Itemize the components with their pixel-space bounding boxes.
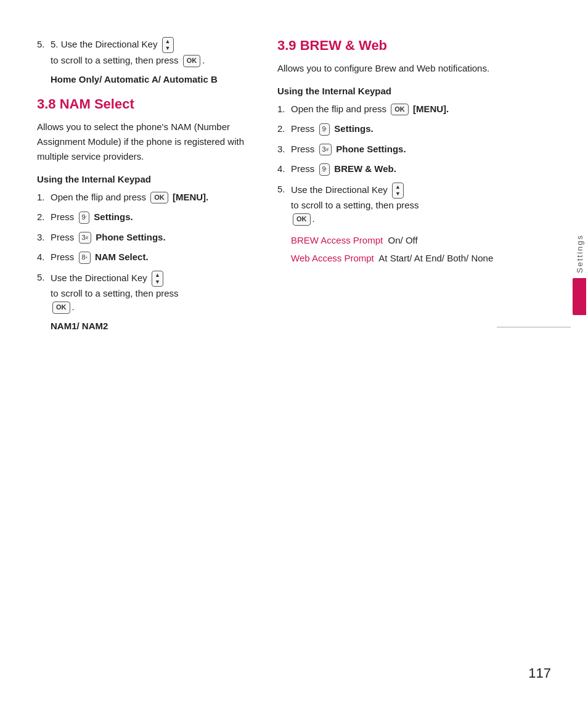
step-39-4: 4. Press 9' BREW & Web.	[277, 162, 524, 176]
step-38-4: 4. Press 8* NAM Select.	[37, 250, 247, 265]
section-38-steps: 1. Open the flip and press OK [MENU]. 2.	[37, 191, 247, 314]
ok-icon-39-1: OK	[391, 104, 409, 115]
section-38-body: Allows you to select the phone's NAM (Nu…	[37, 120, 247, 164]
step-38-4-content: Press 8* NAM Select.	[51, 250, 247, 265]
step-38-1: 1. Open the flip and press OK [MENU].	[37, 191, 247, 205]
step-39-1-num: 1.	[277, 102, 291, 117]
step-38-5: 5. Use the Directional Key ▲ ▼ to scroll…	[37, 271, 247, 314]
step-39-2-content: Press 9' Settings.	[291, 122, 524, 136]
intro-step5-num: 5.	[37, 37, 51, 52]
step-39-4-text: Press 9' BREW & Web.	[291, 162, 396, 176]
step-38-1-content: Open the flip and press OK [MENU].	[51, 191, 247, 205]
ok-icon-38-5: OK	[52, 302, 70, 313]
step-38-5-text: Use the Directional Key ▲ ▼ to scroll to…	[51, 271, 179, 314]
page-number: 117	[528, 665, 551, 681]
section-38: 3.8 NAM Select Allows you to select the …	[37, 96, 247, 164]
intro-step5-content: 5. Use the Directional Key ▲ ▼ to scroll…	[51, 37, 205, 68]
directional-key-icon: ▲ ▼	[162, 37, 174, 53]
step-39-1-bold: [MENU].	[413, 104, 449, 114]
section-39-steps: 1. Open the flip and press OK [MENU]. 2.	[277, 102, 524, 226]
step-38-4-num: 4.	[37, 250, 51, 265]
sidebar-tab-label: Settings	[575, 234, 584, 273]
step-39-3-bold: Phone Settings.	[336, 144, 406, 154]
key-3-icon-39-3: 3#	[319, 144, 332, 155]
web-options-block: Web Access Prompt At Start/ At End/ Both…	[291, 250, 524, 266]
step-39-3-num: 3.	[277, 142, 291, 157]
sidebar-tab-bar	[573, 278, 586, 315]
section-38-title: 3.8 NAM Select	[37, 96, 247, 113]
right-column: 3.9 BREW & Web Allows you to configure B…	[265, 37, 561, 669]
key-3-icon-38-3: 3#	[79, 232, 92, 244]
step-39-5-text: Use the Directional Key ▲ ▼ to scroll to…	[291, 183, 419, 226]
brew-options-block: BREW Access Prompt On/ Off	[291, 232, 524, 248]
ok-button-icon-intro: OK	[183, 55, 201, 67]
section-39: 3.9 BREW & Web Allows you to configure B…	[277, 37, 524, 76]
section-39-body: Allows you to configure Brew and Web not…	[277, 61, 524, 76]
step-38-2: 2. Press 9' Settings.	[37, 210, 247, 224]
step-38-5-num: 5.	[37, 271, 51, 285]
step-39-3: 3. Press 3# Phone Settings.	[277, 142, 524, 157]
step-38-4-bold: NAM Select.	[95, 252, 149, 262]
intro-step5: 5. 5. Use the Directional Key ▲ ▼ to scr…	[37, 37, 247, 84]
step-38-2-content: Press 9' Settings.	[51, 210, 247, 224]
brew-access-label: BREW Access Prompt	[291, 235, 383, 245]
sidebar-tab: Settings	[571, 234, 588, 333]
step-39-5-content: Use the Directional Key ▲ ▼ to scroll to…	[291, 183, 524, 226]
step-39-1: 1. Open the flip and press OK [MENU].	[277, 102, 524, 117]
web-access-label: Web Access Prompt	[291, 253, 374, 263]
section-39-subsection: Using the Internal Keypad	[277, 86, 524, 96]
step-39-1-text: Open the flip and press OK [MENU].	[291, 102, 449, 117]
web-access-options: At Start/ At End/ Both/ None	[377, 253, 493, 263]
arrow-down-icon: ▼	[165, 46, 171, 51]
step-38-3-num: 3.	[37, 231, 51, 245]
step-38-1-num: 1.	[37, 191, 51, 205]
intro-step5-text1: 5. Use the Directional Key	[51, 39, 157, 49]
step-39-4-num: 4.	[277, 162, 291, 176]
step-38-5-content: Use the Directional Key ▲ ▼ to scroll to…	[51, 271, 247, 314]
section-38-keypad: Using the Internal Keypad 1. Open the fl…	[37, 174, 247, 331]
intro-step5-text2: to scroll to a setting, then press	[51, 55, 179, 65]
step-39-2: 2. Press 9' Settings.	[277, 122, 524, 136]
step-39-3-content: Press 3# Phone Settings.	[291, 142, 524, 157]
step-39-2-text: Press 9' Settings.	[291, 122, 374, 136]
step-38-4-text: Press 8* NAM Select.	[51, 250, 149, 265]
step-38-3-bold: Phone Settings.	[96, 232, 165, 242]
dir-key-icon-38-5: ▲ ▼	[152, 271, 163, 287]
ok-icon-39-5: OK	[293, 213, 311, 225]
section-39-title: 3.9 BREW & Web	[277, 37, 524, 55]
key-9-icon-38-2: 9'	[79, 211, 90, 223]
step-39-2-bold: Settings.	[334, 123, 373, 134]
step-38-2-num: 2.	[37, 210, 51, 224]
brew-access-options: On/ Off	[385, 235, 417, 245]
step-39-5-num: 5.	[277, 183, 291, 197]
step-39-4-bold: BREW & Web.	[334, 163, 396, 174]
dir-key-icon-39-5: ▲ ▼	[392, 183, 404, 199]
arrow-down-icon: ▼	[395, 191, 401, 197]
arrow-down-icon: ▼	[155, 279, 160, 285]
step-39-5: 5. Use the Directional Key ▲ ▼ to scroll…	[277, 183, 524, 226]
step-38-3-content: Press 3# Phone Settings.	[51, 231, 247, 245]
step-38-2-text: Press 9' Settings.	[51, 210, 133, 224]
arrow-up-icon: ▲	[165, 39, 171, 44]
section-38-subsection: Using the Internal Keypad	[37, 174, 247, 184]
section-39-keypad: Using the Internal Keypad 1. Open the fl…	[277, 86, 524, 266]
key-9-icon-39-4: 9'	[319, 163, 330, 175]
ok-icon-38-1: OK	[150, 192, 168, 203]
left-column: 5. 5. Use the Directional Key ▲ ▼ to scr…	[0, 37, 265, 669]
step-39-2-num: 2.	[277, 122, 291, 136]
step-39-3-text: Press 3# Phone Settings.	[291, 142, 406, 157]
step-38-3-text: Press 3# Phone Settings.	[51, 231, 166, 245]
section-38-final-note: NAM1/ NAM2	[51, 321, 247, 331]
arrow-up-icon: ▲	[155, 273, 160, 278]
sidebar-divider	[497, 327, 571, 327]
step-39-1-content: Open the flip and press OK [MENU].	[291, 102, 524, 117]
arrow-up-icon: ▲	[395, 184, 401, 190]
key-8-icon-38-4: 8*	[79, 252, 91, 263]
step-38-3: 3. Press 3# Phone Settings.	[37, 231, 247, 245]
step-39-4-content: Press 9' BREW & Web.	[291, 162, 524, 176]
step-38-1-text: Open the flip and press OK [MENU].	[51, 191, 208, 205]
intro-note: Home Only/ Automatic A/ Automatic B	[51, 74, 247, 84]
step-38-2-bold: Settings.	[94, 211, 133, 222]
key-9-icon-39-2: 9'	[319, 123, 330, 135]
step-38-1-bold: [MENU].	[173, 192, 208, 202]
